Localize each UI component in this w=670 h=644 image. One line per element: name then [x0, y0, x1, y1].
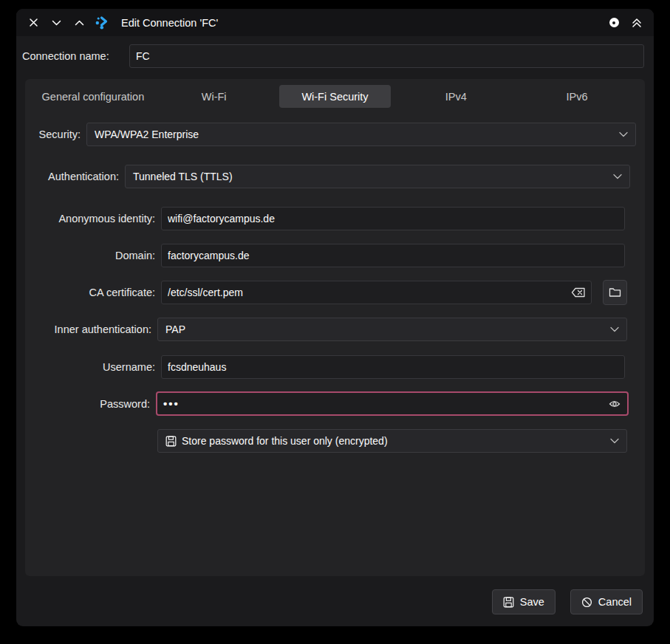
save-button-label: Save — [520, 596, 544, 608]
floppy-save-icon — [503, 597, 514, 608]
security-label: Security: — [25, 129, 86, 140]
tab-bar: General configuration Wi-Fi Wi-Fi Securi… — [33, 85, 637, 108]
edit-connection-window: Edit Connection 'FC' Connection name: Ge… — [16, 9, 654, 626]
ca-certificate-input[interactable] — [161, 281, 592, 304]
eye-visibility-icon — [609, 400, 621, 408]
cancel-button-label: Cancel — [598, 596, 632, 608]
settings-panel: General configuration Wi-Fi Wi-Fi Securi… — [25, 79, 645, 576]
security-combobox[interactable]: WPA/WPA2 Enterprise — [86, 123, 636, 146]
backspace-clear-icon — [571, 287, 586, 298]
password-input[interactable]: ••• — [156, 391, 629, 416]
folder-icon — [609, 287, 621, 298]
on-all-desktops-button[interactable] — [606, 15, 622, 31]
toggle-password-visibility-button[interactable] — [609, 400, 621, 408]
combo-chevron-down-icon — [610, 438, 619, 444]
password-label: Password: — [25, 398, 156, 410]
titlebar: Edit Connection 'FC' — [16, 9, 654, 36]
combo-chevron-down-icon — [610, 326, 619, 332]
chevron-up-icon — [75, 20, 84, 26]
form-row-authentication: Authentication: Tunneled TLS (TTLS) — [25, 165, 645, 188]
tab-ipv4[interactable]: IPv4 — [400, 85, 512, 108]
combo-chevron-down-icon — [613, 174, 622, 179]
ca-certificate-label: CA certificate: — [25, 287, 161, 298]
authentication-combobox[interactable]: Tunneled TLS (TTLS) — [125, 165, 630, 188]
form-row-security: Security: WPA/WPA2 Enterprise — [25, 123, 645, 146]
network-app-icon — [94, 15, 110, 31]
combo-chevron-down-icon — [619, 131, 628, 137]
authentication-value: Tunneled TLS (TTLS) — [133, 171, 613, 182]
save-button[interactable]: Save — [492, 589, 556, 614]
username-label: Username: — [25, 361, 161, 373]
keep-above-button[interactable] — [71, 15, 87, 31]
security-value: WPA/WPA2 Enterprise — [95, 129, 619, 140]
tab-general-configuration[interactable]: General configuration — [37, 85, 149, 108]
browse-file-button[interactable] — [603, 280, 627, 305]
connection-name-input[interactable] — [129, 44, 644, 68]
tab-ipv6[interactable]: IPv6 — [521, 85, 633, 108]
anonymous-identity-label: Anonymous identity: — [25, 213, 161, 225]
cancel-button[interactable]: Cancel — [570, 589, 643, 614]
form-row-store-password: Store password for this user only (encry… — [25, 429, 645, 453]
store-password-value: Store password for this user only (encry… — [182, 435, 388, 447]
window-title: Edit Connection 'FC' — [121, 17, 218, 29]
close-button[interactable] — [25, 15, 41, 31]
anonymous-identity-input[interactable] — [161, 207, 625, 230]
form-row-domain: Domain: — [25, 244, 645, 267]
form-row-anonymous-identity: Anonymous identity: — [25, 207, 645, 230]
close-icon — [29, 18, 38, 27]
connection-name-row: Connection name: — [22, 44, 644, 68]
inner-authentication-label: Inner authentication: — [25, 323, 157, 335]
form-row-ca-certificate: CA certificate: — [25, 281, 645, 304]
double-chevron-up-icon — [632, 18, 642, 28]
form-row-inner-authentication: Inner authentication: PAP — [25, 318, 645, 341]
form-row-password: Password: ••• — [25, 391, 645, 416]
circle-dot-icon — [609, 18, 619, 27]
tab-wifi-security[interactable]: Wi-Fi Security — [279, 85, 392, 108]
inner-authentication-combobox[interactable]: PAP — [157, 318, 627, 341]
store-password-combobox[interactable]: Store password for this user only (encry… — [157, 429, 627, 453]
dialog-buttons: Save Cancel — [492, 589, 643, 614]
chevron-down-icon — [52, 20, 61, 26]
connection-name-label: Connection name: — [22, 50, 129, 62]
domain-input[interactable] — [161, 244, 625, 267]
inner-authentication-value: PAP — [165, 323, 610, 335]
domain-label: Domain: — [25, 250, 161, 261]
cancel-slash-icon — [581, 597, 592, 608]
clear-text-button[interactable] — [571, 287, 586, 298]
keep-below-button[interactable] — [48, 15, 64, 31]
shade-button[interactable] — [629, 15, 645, 31]
authentication-label: Authentication: — [25, 171, 125, 182]
desktop-background: { "titlebar": { "title": "Edit Connectio… — [0, 0, 670, 644]
form-row-username: Username: — [25, 355, 645, 379]
username-input[interactable] — [161, 355, 625, 379]
tab-wifi[interactable]: Wi-Fi — [158, 85, 270, 108]
password-dots: ••• — [163, 398, 180, 409]
floppy-save-icon — [165, 436, 177, 447]
